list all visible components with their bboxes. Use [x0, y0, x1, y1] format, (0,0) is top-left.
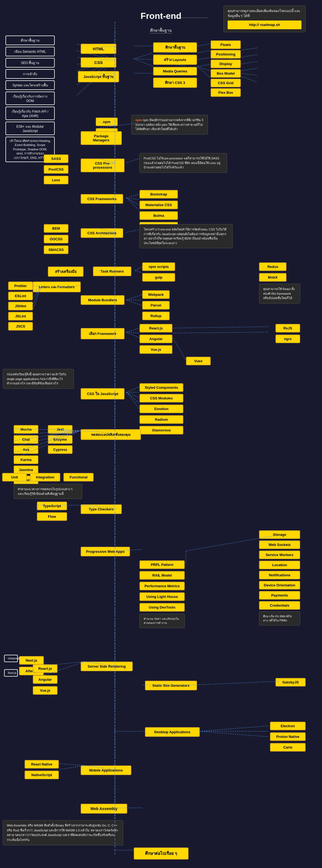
testing-info-text: ทำตามแนวทางการทดสอบในรูปแบบต่าง ๆ และเรี… — [18, 488, 72, 495]
svg-line-45 — [126, 198, 140, 211]
svg-line-26 — [134, 59, 153, 60]
nextjs-box: Next.js — [19, 656, 44, 664]
vuejs-box: Vue.js — [140, 345, 172, 354]
chai-box: Chai — [14, 435, 38, 444]
bulma-box: Bulma — [140, 211, 178, 220]
positioning: Positioning — [211, 50, 241, 59]
gulp-box: gulp — [142, 273, 175, 282]
service-workers-box: Service Workers — [259, 551, 300, 559]
notifications-box: Notifications — [259, 571, 300, 579]
desktop-apps-box: Desktop Applications — [145, 727, 200, 737]
package-managers-box: Package Managers — [81, 131, 122, 145]
smacss-box: SMACSS — [44, 246, 68, 254]
display: Display — [211, 60, 241, 68]
css-frameworks-label: CSS Frameworks — [81, 194, 123, 204]
less-box: Less — [44, 176, 68, 184]
mocha-box: Mocha — [14, 425, 38, 434]
css-architecture-box: CSS Architecture — [81, 228, 123, 238]
css-frameworks-box: CSS Frameworks — [81, 194, 123, 204]
typescript-box: TypeScript — [37, 502, 67, 510]
preprocessor-items: SASS PostCSS Less — [44, 154, 68, 184]
electron-box: Electron — [270, 722, 305, 730]
sass-box: SASS — [44, 154, 68, 163]
css-label: CSS — [81, 57, 116, 67]
bootstrap-box: Bootstrap — [140, 190, 178, 198]
svg-line-64 — [126, 332, 140, 338]
css-preprocessors-label: CSS Pre-processors — [81, 159, 124, 172]
bem-box: BEM — [44, 224, 68, 232]
radium-box: Radium — [140, 415, 183, 424]
roadmap-link[interactable]: http:// roadmap.sh — [249, 23, 280, 27]
jest-box: Jest — [48, 425, 72, 434]
lb-item-8: ES6+ และ Modular JavaScript — [5, 122, 55, 135]
angular-ssr-label: Angular — [33, 675, 57, 684]
svg-line-93 — [197, 681, 279, 685]
devtools-box: Using DevTools — [140, 603, 185, 612]
svg-line-66 — [173, 332, 268, 333]
build-tools-box: สร้างเครื่องมือ — [48, 267, 83, 277]
css-preprocessors-box: CSS Pre-processors — [81, 159, 124, 172]
vuejs-ssr-label: Vue.js — [33, 686, 57, 695]
svg-line-49 — [126, 230, 140, 232]
ssg-label: Static Site Generators — [145, 681, 197, 690]
floats: Floats — [211, 40, 241, 49]
learn-basics-label: ศึกษาพื้นฐาน — [150, 28, 172, 33]
rxjs-ngrx-items: RxJS ngrx — [275, 324, 300, 343]
spa-info-text: ก่อนหลังเรียนรู้สิ่งนี้ คุณตรวจว่าความเข… — [7, 373, 66, 385]
page-container: คุณสามารถดูรายละเอียดเพิ่มเติมของโรดแมปน… — [0, 0, 322, 11]
wasm-info-text: Web Assembly หรือ WASM คือตัวตั้ง Binary… — [7, 824, 118, 841]
spa-info-box: ก่อนหลังเรียนรู้สิ่งนี้ คุณตรวจว่าความเข… — [3, 369, 74, 389]
testing-label: ทดสอบแอปพลิเคชั่นของคุณ — [81, 429, 141, 440]
web-sockets-box: Web Sockets — [259, 540, 300, 549]
task-runner-items: npm scripts gulp — [142, 262, 175, 282]
proton-native-box: Proton Native — [270, 733, 305, 741]
css-in-js-box: CSS ใน JavaScript — [81, 388, 124, 399]
css-props: Floats Positioning Display Box Model CSS… — [211, 40, 241, 97]
pwa-right-items: Storage Web Sockets Service Workers Loca… — [259, 530, 300, 625]
svg-line-63 — [126, 332, 140, 333]
linters-box: Linters และ Formatters — [33, 282, 81, 292]
ssr-framework-labels: Universal Nuxt.js — [4, 655, 18, 677]
svg-line-68 — [126, 387, 140, 392]
angular-ssr-box: Angular — [33, 675, 57, 684]
main-title-container: Front-end — [141, 11, 181, 21]
unit-box: Unit — [2, 473, 27, 482]
redux-box: Redux — [259, 262, 287, 271]
mobile-apps-box: Mobile Applications — [81, 766, 131, 775]
svg-line-25 — [134, 53, 153, 59]
desktop-app-items: Electron Proton Native Carlo — [270, 722, 305, 751]
css-arch-info-text: โครงสร้าง Front-end สมัยใหม่ทำให้การจัดล… — [144, 228, 227, 245]
functional-label: Functional — [63, 473, 93, 482]
flex-box: Flex Box — [211, 88, 241, 97]
html-label: HTML — [81, 44, 116, 54]
learn-basics-items: ศึกษาพื้นฐาน เขียน Semantic HTML SEO พื้… — [5, 35, 60, 162]
js-label: JavaScript พื้นฐาน — [78, 71, 119, 82]
credentials-box: Credentials — [259, 601, 300, 610]
eslint-box: ESLint — [8, 292, 33, 300]
task-runners-box: Task Runners — [93, 267, 131, 276]
box-model: Box Model — [211, 69, 241, 78]
css-arch-info-box: โครงสร้าง Front-end สมัยใหม่ทำให้การจัดล… — [140, 224, 233, 248]
nuxtjs-label: Nuxt.js — [4, 669, 18, 677]
lb-item-4: การเข้าถึง — [5, 69, 55, 79]
css-box: CSS — [81, 57, 116, 67]
html-basics: ศึกษาพื้นฐาน — [153, 42, 197, 53]
css-modules-box: CSS Modules — [140, 394, 183, 402]
task-runners-label: Task Runners — [93, 267, 131, 276]
html-box: HTML — [81, 44, 116, 54]
svg-line-62 — [126, 328, 140, 332]
pwa-label: Progressive Web Apps — [81, 547, 130, 556]
choose-framework-label: เลือก Framework — [81, 328, 124, 339]
materialize-box: Materialize CSS — [140, 201, 178, 209]
svg-line-41 — [126, 159, 140, 163]
karma-box: Karma — [14, 456, 38, 464]
postcss-info-text: PostCSS ไม่ใช่ pre-processor แต่ก็สามารถ… — [144, 157, 220, 169]
rail-box: RAIL Model — [140, 571, 185, 580]
module-bundlers-label: Module Bundlers — [81, 295, 124, 305]
choose-framework-box: เลือก Framework — [81, 328, 124, 339]
svg-line-70 — [126, 392, 140, 398]
postcss-info-box: PostCSS ไม่ใช่ pre-processor แต่ก็สามารถ… — [140, 153, 227, 173]
svg-line-52 — [135, 271, 142, 273]
cypress-box: Cypress — [48, 445, 72, 454]
lb-item-7: เรียนรู้เกี่ยวกับ Fetch API / Ajax (XHR) — [5, 106, 55, 120]
